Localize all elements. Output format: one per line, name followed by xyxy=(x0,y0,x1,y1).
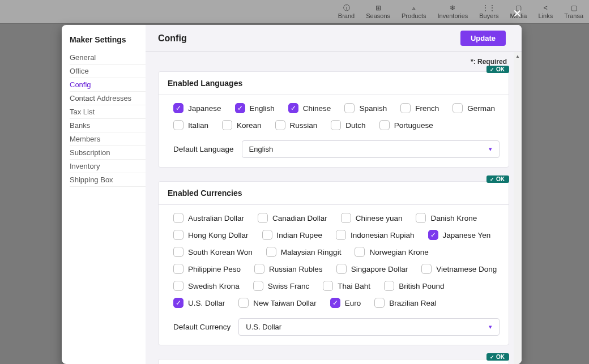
checkbox-label: Japanese xyxy=(188,104,221,113)
currency-checkbox[interactable]: Australian Dollar xyxy=(173,213,244,223)
checkbox-icon xyxy=(400,103,411,113)
checkbox-icon xyxy=(355,247,365,257)
checkbox-label: Swiss Franc xyxy=(268,282,310,290)
update-button[interactable]: Update xyxy=(460,31,506,46)
currency-checkbox[interactable]: Hong Kong Dollar xyxy=(173,230,249,240)
sidebar-item[interactable]: Shipping Box xyxy=(70,173,146,187)
topnav-icon: ⟁ xyxy=(412,5,416,11)
sidebar-item[interactable]: Inventory xyxy=(70,160,146,173)
topnav-icon: ⋮⋮ xyxy=(482,5,496,11)
checkbox-icon xyxy=(222,120,232,130)
currency-checkbox[interactable]: ✓Euro xyxy=(330,298,361,308)
checkbox-icon xyxy=(331,120,341,130)
default-currency-select[interactable]: U.S. Dollar ▾ xyxy=(238,318,500,336)
content-header: Config Update xyxy=(146,25,522,52)
sidebar-item[interactable]: Members xyxy=(70,132,146,146)
checkbox-label: Brazilian Real xyxy=(389,299,436,307)
currency-checkbox[interactable]: Russian Rubles xyxy=(254,264,323,274)
scroll-up-icon[interactable]: ▲ xyxy=(514,52,522,60)
settings-modal: Maker Settings GeneralOfficeConfigContac… xyxy=(62,25,522,364)
checkbox-label: Indian Rupee xyxy=(277,231,322,239)
checkbox-label: Japanese Yen xyxy=(443,231,491,239)
currency-checkbox[interactable]: Philippine Peso xyxy=(173,264,241,274)
topnav-item[interactable]: ⊞Seasons xyxy=(360,3,396,20)
language-checkbox[interactable]: ✓Chinese xyxy=(288,103,331,113)
topnav-item[interactable]: ⋮⋮Buyers xyxy=(473,3,504,20)
language-checkbox[interactable]: Spanish xyxy=(344,103,387,113)
checkbox-icon xyxy=(254,264,264,274)
checkbox-label: Australian Dollar xyxy=(188,214,244,222)
language-checkbox[interactable]: German xyxy=(453,103,495,113)
topnav-item[interactable]: ⟁Products xyxy=(396,3,432,20)
default-language-select[interactable]: English ▾ xyxy=(242,140,500,158)
currency-checkbox[interactable]: Indian Rupee xyxy=(262,230,322,240)
sidebar-item[interactable]: Contact Addresses xyxy=(70,92,146,105)
close-icon[interactable]: ✕ xyxy=(513,8,522,19)
sidebar-item[interactable]: Banks xyxy=(70,119,146,132)
currency-checkbox[interactable]: ✓Japanese Yen xyxy=(428,230,491,240)
billing-card: OK Billing Terms ✓With Deposit✓Without D… xyxy=(158,359,509,364)
checkbox-label: Vietnamese Dong xyxy=(436,265,497,273)
currency-checkbox[interactable]: Chinese yuan xyxy=(341,213,403,223)
currency-checkbox[interactable]: British Pound xyxy=(384,281,444,291)
checkbox-label: Malaysian Ringgit xyxy=(281,248,342,256)
language-checkbox[interactable]: Korean xyxy=(222,120,262,130)
currency-checkbox[interactable]: New Taiwan Dollar xyxy=(238,298,317,308)
currency-checkbox[interactable]: Singapore Dollar xyxy=(336,264,408,274)
checkbox-icon xyxy=(258,213,268,223)
checkbox-icon xyxy=(266,247,276,257)
checkbox-icon: ✓ xyxy=(288,103,298,113)
currency-checkbox[interactable]: Swedish Krona xyxy=(173,281,240,291)
topnav-icon: ⓘ xyxy=(343,5,350,11)
currency-checkbox[interactable]: Malaysian Ringgit xyxy=(266,247,342,257)
language-checkbox[interactable]: ✓English xyxy=(235,103,275,113)
default-currency-label: Default Currency xyxy=(173,323,231,331)
sidebar-item[interactable]: Office xyxy=(70,65,146,78)
language-checkbox[interactable]: Dutch xyxy=(331,120,365,130)
checkbox-icon xyxy=(173,281,183,291)
checkbox-label: German xyxy=(467,104,495,113)
topnav-item[interactable]: <Links xyxy=(532,3,558,20)
currency-checkbox[interactable]: Indonesian Rupiah xyxy=(336,230,415,240)
checkbox-icon xyxy=(323,281,333,291)
currency-checkbox[interactable]: South Korean Won xyxy=(173,247,253,257)
app-topbar: ⓘBrand⊞Seasons⟁Products❄Inventories⋮⋮Buy… xyxy=(0,0,589,24)
topnav-icon: < xyxy=(544,5,548,11)
currency-checkbox[interactable]: Swiss Franc xyxy=(253,281,310,291)
checkbox-label: Indonesian Rupiah xyxy=(351,231,415,239)
currency-checkbox[interactable]: ✓U.S. Dollar xyxy=(173,298,225,308)
checkbox-icon xyxy=(253,281,263,291)
language-checkbox[interactable]: ✓Japanese xyxy=(173,103,221,113)
chevron-down-icon: ▾ xyxy=(489,323,492,331)
sidebar-item[interactable]: General xyxy=(70,51,146,65)
currency-checkbox[interactable]: Brazilian Real xyxy=(374,298,436,308)
topnav-item[interactable]: ❄Inventories xyxy=(432,3,473,20)
checkbox-label: Russian Rubles xyxy=(269,265,323,273)
sidebar-item[interactable]: Tax List xyxy=(70,105,146,119)
checkbox-icon: ✓ xyxy=(173,298,183,308)
topnav-item[interactable]: ▢Transa xyxy=(558,3,589,20)
currency-checkbox[interactable]: Thai Baht xyxy=(323,281,370,291)
language-checkbox[interactable]: Italian xyxy=(173,120,208,130)
topnav-item[interactable]: ⓘBrand xyxy=(332,3,360,20)
sidebar: Maker Settings GeneralOfficeConfigContac… xyxy=(62,25,146,364)
scrollbar[interactable]: ▲ xyxy=(514,52,522,364)
required-note: *: Required xyxy=(158,52,509,68)
language-checkbox[interactable]: French xyxy=(400,103,439,113)
currency-checkbox[interactable]: Danish Krone xyxy=(416,213,477,223)
topnav-icon: ⊞ xyxy=(375,5,381,11)
checkbox-label: Singapore Dollar xyxy=(351,265,408,273)
language-checkbox[interactable]: Russian xyxy=(275,120,318,130)
checkbox-icon xyxy=(238,298,249,308)
page-title: Config xyxy=(158,33,187,44)
currency-checkbox[interactable]: Vietnamese Dong xyxy=(421,264,497,274)
checkbox-icon xyxy=(379,120,390,130)
sidebar-item[interactable]: Config xyxy=(70,78,146,92)
content-scroll[interactable]: *: Required OK Enabled Languages ✓Japane… xyxy=(146,52,522,364)
sidebar-item[interactable]: Subscription xyxy=(70,146,146,160)
checkbox-icon xyxy=(416,213,426,223)
language-checkbox[interactable]: Portuguese xyxy=(379,120,433,130)
currency-checkbox[interactable]: Canadian Dollar xyxy=(258,213,327,223)
currency-checkbox[interactable]: Norwegian Krone xyxy=(355,247,428,257)
checkbox-label: Korean xyxy=(237,121,262,130)
